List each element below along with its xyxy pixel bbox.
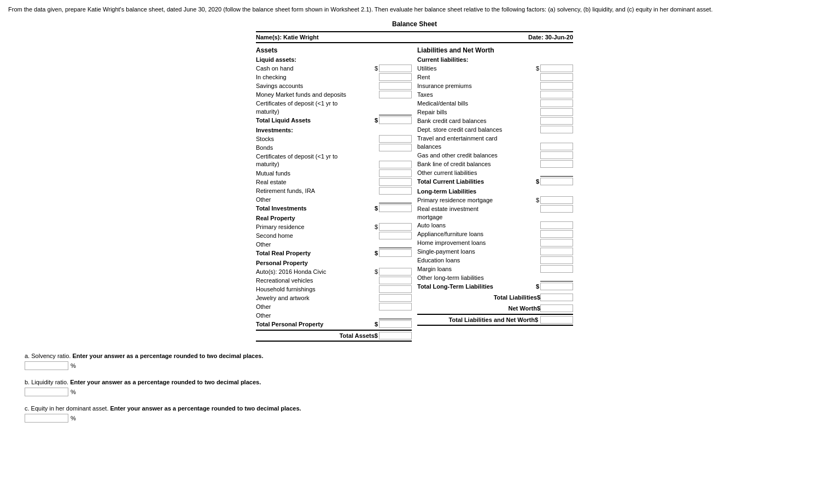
total-personal-property-input[interactable]	[379, 320, 412, 328]
appliance-loans-input[interactable]	[540, 230, 573, 238]
total-real-property-input[interactable]	[379, 249, 412, 257]
total-lt-liabilities-row: Total Long-Term Liabilities $	[417, 282, 573, 291]
re-invest-mortgage-input[interactable]	[540, 205, 573, 213]
margin-loans-input[interactable]	[540, 265, 573, 273]
single-payment-label: Single-payment loans	[417, 248, 540, 255]
cd-invest-label: Certificates of deposit (<1 yr tomaturit…	[256, 153, 379, 168]
total-investments-label: Total Investments	[256, 205, 375, 212]
dept-cc-input[interactable]	[540, 126, 573, 133]
jewelry-row: Jewelry and artwork	[256, 294, 412, 302]
medical-label: Medical/dental bills	[417, 100, 540, 107]
total-liab-net-worth-label: Total Liabilities and Net Worth$	[449, 317, 538, 323]
rent-input[interactable]	[540, 73, 573, 81]
liabilities-header: Liabilities and Net Worth	[417, 46, 573, 54]
mutual-funds-input[interactable]	[379, 169, 412, 177]
auto-loans-input[interactable]	[540, 221, 573, 229]
bonds-input[interactable]	[379, 144, 412, 151]
stocks-label: Stocks	[256, 136, 379, 142]
question-c-input[interactable]	[25, 414, 68, 423]
in-checking-label: In checking	[256, 74, 379, 80]
in-checking-input[interactable]	[379, 73, 412, 81]
questions-section: a. Solvency ratio. Enter your answer as …	[25, 353, 821, 423]
total-current-liabilities-input[interactable]	[540, 178, 573, 185]
home-improve-row: Home improvement loans	[417, 238, 573, 247]
auto-input[interactable]	[379, 268, 412, 276]
cd-liquid-label: Certificates of deposit (<1 yr tomaturit…	[256, 99, 379, 115]
name-label: Name(s): Katie Wright	[256, 34, 319, 40]
total-personal-property-label: Total Personal Property	[256, 321, 375, 327]
primary-mortgage-input[interactable]	[540, 196, 573, 204]
other-invest-input[interactable]	[379, 196, 412, 203]
auto-row: Auto(s): 2016 Honda Civic $	[256, 267, 412, 276]
total-real-property-row: Total Real Property $	[256, 249, 412, 257]
recreational-row: Recreational vehicles	[256, 276, 412, 285]
investments-header: Investments:	[256, 127, 412, 133]
other-current-input[interactable]	[540, 169, 573, 177]
question-c-input-row: %	[25, 414, 821, 423]
primary-residence-row: Primary residence $	[256, 222, 412, 231]
single-payment-input[interactable]	[540, 248, 573, 255]
question-b-label: b. Liquidity ratio.	[25, 379, 70, 385]
repair-row: Repair bills	[417, 108, 573, 116]
utilities-input[interactable]	[540, 65, 573, 72]
other-personal2-label: Other	[256, 312, 379, 319]
real-property-header: Real Property	[256, 215, 412, 221]
total-lt-liabilities-label: Total Long-Term Liabilities	[417, 283, 536, 290]
total-lt-liabilities-input[interactable]	[540, 283, 573, 290]
home-improve-input[interactable]	[540, 239, 573, 247]
other-personal1-input[interactable]	[379, 303, 412, 310]
savings-accounts-input[interactable]	[379, 82, 412, 90]
repair-input[interactable]	[540, 108, 573, 116]
real-estate-invest-input[interactable]	[379, 178, 412, 186]
bank-loc-input[interactable]	[540, 160, 573, 168]
medical-input[interactable]	[540, 99, 573, 107]
re-invest-mortgage-cont-label: mortgage	[417, 214, 573, 220]
recreational-input[interactable]	[379, 277, 412, 284]
cd-invest-row: Certificates of deposit (<1 yr tomaturit…	[256, 152, 412, 169]
question-b-pct: %	[71, 389, 76, 395]
money-market-label: Money Market funds and deposits	[256, 91, 379, 98]
taxes-input[interactable]	[540, 91, 573, 98]
total-liab-net-worth-input[interactable]	[540, 316, 573, 324]
current-liabilities-header: Current liabilities:	[417, 56, 573, 63]
net-worth-input[interactable]	[540, 304, 573, 312]
total-liquid-assets-input[interactable]	[379, 116, 412, 124]
total-liabilities-input[interactable]	[540, 294, 573, 301]
gas-credit-input[interactable]	[540, 151, 573, 159]
date-label: Date: 30-Jun-20	[528, 34, 573, 40]
dept-cc-row: Dept. store credit card balances	[417, 125, 573, 134]
stocks-input[interactable]	[379, 135, 412, 143]
question-b: b. Liquidity ratio. Enter your answer as…	[25, 379, 821, 396]
other-real-input[interactable]	[379, 241, 412, 248]
primary-residence-input[interactable]	[379, 223, 412, 231]
other-personal2-input[interactable]	[379, 312, 412, 319]
question-a-input[interactable]	[25, 361, 68, 370]
insurance-input[interactable]	[540, 82, 573, 90]
total-real-property-label: Total Real Property	[256, 250, 375, 256]
cd-liquid-row: Certificates of deposit (<1 yr tomaturit…	[256, 99, 412, 116]
total-liquid-assets-row: Total Liquid Assets $	[256, 116, 412, 125]
other-current-label: Other current liabilities	[417, 169, 540, 176]
cd-invest-input[interactable]	[379, 161, 412, 168]
cd-liquid-input[interactable]	[379, 108, 412, 115]
jewelry-input[interactable]	[379, 294, 412, 302]
cash-on-hand-input[interactable]	[379, 65, 412, 72]
mutual-funds-row: Mutual funds	[256, 169, 412, 178]
other-real-row: Other	[256, 240, 412, 249]
education-loans-row: Education loans	[417, 256, 573, 265]
retirement-ira-input[interactable]	[379, 187, 412, 195]
household-input[interactable]	[379, 285, 412, 293]
savings-accounts-label: Savings accounts	[256, 83, 379, 89]
other-lt-input[interactable]	[540, 274, 573, 282]
second-home-input[interactable]	[379, 232, 412, 239]
margin-loans-row: Margin loans	[417, 265, 573, 273]
total-assets-input[interactable]	[379, 332, 412, 339]
other-lt-row: Other long-term liabilities	[417, 273, 573, 282]
total-investments-input[interactable]	[379, 204, 412, 212]
travel-card-input[interactable]	[540, 143, 573, 150]
bank-cc-input[interactable]	[540, 117, 573, 125]
question-b-input[interactable]	[25, 388, 68, 396]
question-c: c. Equity in her dominant asset. Enter y…	[25, 405, 821, 423]
money-market-input[interactable]	[379, 91, 412, 98]
education-loans-input[interactable]	[540, 256, 573, 264]
